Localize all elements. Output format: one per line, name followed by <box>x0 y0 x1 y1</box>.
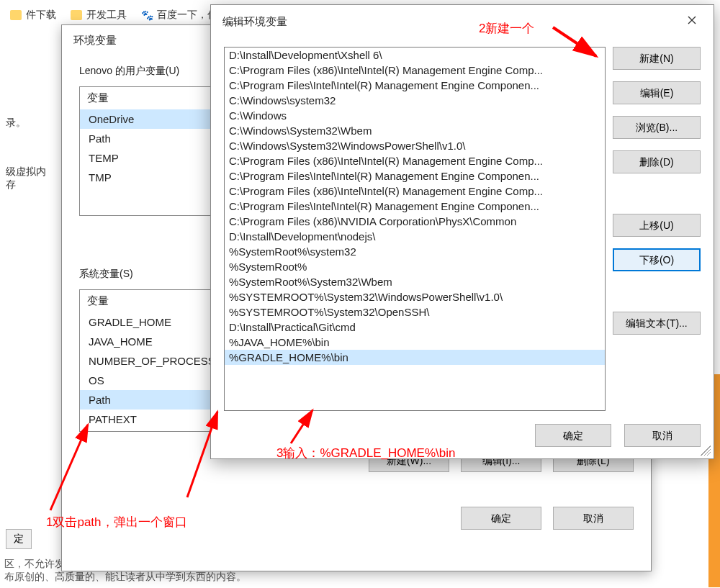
list-item[interactable]: C:\Windows <box>225 108 605 123</box>
path-list[interactable]: D:\Install\Development\Xshell 6\ C:\Prog… <box>224 47 606 411</box>
list-item[interactable]: %SYSTEMROOT%\System32\OpenSSH\ <box>225 304 605 320</box>
dialog-body: D:\Install\Development\Xshell 6\ C:\Prog… <box>211 38 714 417</box>
browse-button[interactable]: 浏览(B)... <box>613 116 701 139</box>
list-item[interactable]: %SYSTEMROOT%\System32\WindowsPowerShell\… <box>225 289 605 304</box>
tab-item[interactable]: 🐾 百度一下，你 <box>137 6 222 24</box>
list-item[interactable]: C:\Program Files (x86)\NVIDIA Corporatio… <box>225 214 605 229</box>
list-item[interactable]: %SystemRoot%\System32\Wbem <box>225 274 605 289</box>
list-item[interactable]: C:\Program Files (x86)\Intel\Intel(R) Ma… <box>225 153 605 168</box>
bg-text: 级虚拟内存 <box>0 158 58 199</box>
bg-text: 录。 <box>0 109 58 137</box>
list-item[interactable]: D:\Install\Development\Xshell 6\ <box>225 48 605 63</box>
list-item[interactable]: C:\Windows\System32\WindowsPowerShell\v1… <box>225 138 605 153</box>
cancel-button[interactable]: 取消 <box>553 507 634 530</box>
list-item[interactable]: %SystemRoot%\system32 <box>225 244 605 259</box>
list-item[interactable]: %SystemRoot% <box>225 259 605 274</box>
list-item[interactable]: %JAVA_HOME%\bin <box>225 335 605 350</box>
list-item[interactable]: C:\Program Files (x86)\Intel\Intel(R) Ma… <box>225 63 605 78</box>
edit-button[interactable]: 编辑(E) <box>613 81 701 104</box>
list-item[interactable]: C:\Program Files\Intel\Intel(R) Manageme… <box>225 78 605 93</box>
delete-button[interactable]: 删除(D) <box>613 150 701 173</box>
close-icon <box>688 16 696 24</box>
new-button[interactable]: 新建(N) <box>613 47 701 70</box>
tab-label: 百度一下，你 <box>157 9 217 22</box>
title-bar: 编辑环境变量 <box>211 5 714 38</box>
move-up-button[interactable]: 上移(U) <box>613 214 701 237</box>
resize-grip[interactable] <box>701 445 711 456</box>
dialog-buttons: 确定 取消 <box>62 498 651 530</box>
bg-sidebar: 录。 级虚拟内存 <box>0 30 58 199</box>
ok-button[interactable]: 确定 <box>461 507 541 530</box>
list-item[interactable]: C:\Windows\system32 <box>225 93 605 108</box>
dialog-title: 编辑环境变量 <box>222 15 287 29</box>
tab-label: 开发工具 <box>86 9 127 22</box>
bg-button[interactable]: 定 <box>6 529 32 549</box>
close-button[interactable] <box>676 11 708 32</box>
dialog-footer: 确定 取消 <box>211 417 714 458</box>
cancel-button[interactable]: 取消 <box>624 424 701 447</box>
move-down-button[interactable]: 下移(O) <box>613 248 701 271</box>
list-item[interactable]: D:\Install\Practical\Git\cmd <box>225 320 605 335</box>
tab-label: 件下载 <box>26 9 56 22</box>
list-item[interactable]: C:\Program Files\Intel\Intel(R) Manageme… <box>225 199 605 214</box>
list-item[interactable]: C:\Program Files\Intel\Intel(R) Manageme… <box>225 168 605 184</box>
ok-button[interactable]: 确定 <box>535 424 611 447</box>
tab-item[interactable]: 开发工具 <box>66 6 131 24</box>
baidu-icon: 🐾 <box>141 9 153 21</box>
list-item[interactable]: D:\Install\Development\nodejs\ <box>225 229 605 244</box>
edit-text-button[interactable]: 编辑文本(T)... <box>613 312 701 335</box>
tab-item[interactable]: 件下载 <box>6 6 60 24</box>
edit-env-var-dialog: 编辑环境变量 D:\Install\Development\Xshell 6\ … <box>210 4 714 459</box>
side-buttons: 新建(N) 编辑(E) 浏览(B)... 删除(D) 上移(U) 下移(O) 编… <box>613 47 701 411</box>
folder-icon <box>71 10 82 20</box>
list-item-selected[interactable]: %GRADLE_HOME%\bin <box>225 350 605 365</box>
folder-icon <box>10 10 22 20</box>
list-item[interactable]: C:\Windows\System32\Wbem <box>225 123 605 138</box>
list-item[interactable]: C:\Program Files (x86)\Intel\Intel(R) Ma… <box>225 184 605 199</box>
